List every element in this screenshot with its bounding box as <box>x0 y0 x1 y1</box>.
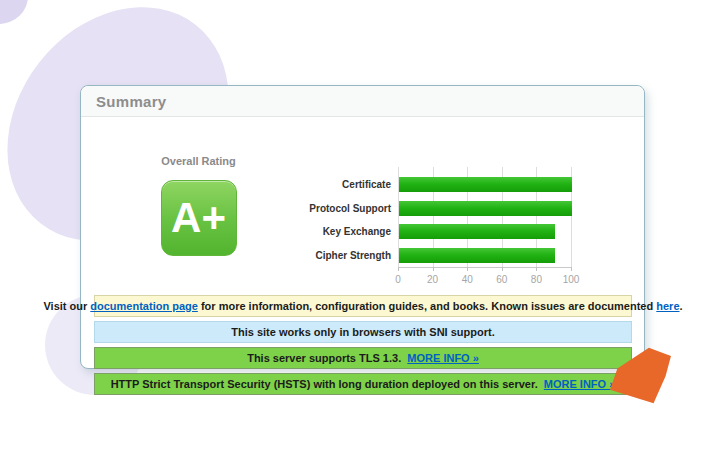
message-link[interactable]: MORE INFO » <box>407 352 479 364</box>
summary-card: Summary Overall Rating A+ 020406080100 C… <box>80 85 645 369</box>
bar-track <box>399 248 572 263</box>
bar-track <box>399 224 572 239</box>
chart-category-label: Protocol Support <box>241 203 399 214</box>
message-text: This site works only in browsers with SN… <box>231 326 494 338</box>
tick-label: 60 <box>496 274 507 285</box>
lavender-blob-corner <box>0 0 28 24</box>
bar-track <box>399 201 572 216</box>
chart-row: Certificate <box>241 173 581 197</box>
chart-rows: CertificateProtocol SupportKey ExchangeC… <box>241 173 581 267</box>
chart-category-label: Certificate <box>241 179 399 190</box>
score-bar <box>399 201 572 216</box>
message-text: HTTP Strict Transport Security (HSTS) wi… <box>111 378 544 390</box>
tick-label: 100 <box>563 274 580 285</box>
chart-category-label: Key Exchange <box>241 226 399 237</box>
chart-row: Cipher Strength <box>241 244 581 268</box>
tick-label: 20 <box>427 274 438 285</box>
chart-row: Protocol Support <box>241 197 581 221</box>
message-documentation: Visit our documentation page for more in… <box>94 295 632 317</box>
message-text: for more information, configuration guid… <box>198 300 656 312</box>
message-link[interactable]: MORE INFO » <box>544 378 616 390</box>
message-link[interactable]: documentation page <box>90 300 198 312</box>
chart-row: Key Exchange <box>241 220 581 244</box>
tick-mark <box>398 267 399 271</box>
summary-body: Overall Rating A+ 020406080100 Certifica… <box>81 117 644 368</box>
tick-mark <box>571 267 572 271</box>
tick-label: 0 <box>395 274 401 285</box>
summary-messages: Visit our documentation page for more in… <box>94 295 632 395</box>
message-text: Visit our <box>43 300 90 312</box>
score-bar <box>399 177 572 192</box>
tick-mark <box>536 267 537 271</box>
tick-label: 40 <box>462 274 473 285</box>
overall-rating-label: Overall Rating <box>121 155 276 167</box>
grade-badge: A+ <box>161 180 237 256</box>
message-tls13: This server supports TLS 1.3. MORE INFO … <box>94 347 632 369</box>
message-text: . <box>680 300 683 312</box>
message-hsts: HTTP Strict Transport Security (HSTS) wi… <box>94 373 632 395</box>
score-bar <box>399 248 555 263</box>
page: Summary Overall Rating A+ 020406080100 C… <box>0 0 712 452</box>
tick-mark <box>467 267 468 271</box>
tick-mark <box>433 267 434 271</box>
message-text: This server supports TLS 1.3. <box>247 352 407 364</box>
bar-track <box>399 177 572 192</box>
message-sni: This site works only in browsers with SN… <box>94 321 632 343</box>
tick-mark <box>502 267 503 271</box>
chart-category-label: Cipher Strength <box>241 250 399 261</box>
message-link[interactable]: here <box>656 300 679 312</box>
summary-title: Summary <box>81 86 644 117</box>
tick-label: 80 <box>531 274 542 285</box>
score-bar <box>399 224 555 239</box>
score-chart: 020406080100 CertificateProtocol Support… <box>241 167 581 289</box>
